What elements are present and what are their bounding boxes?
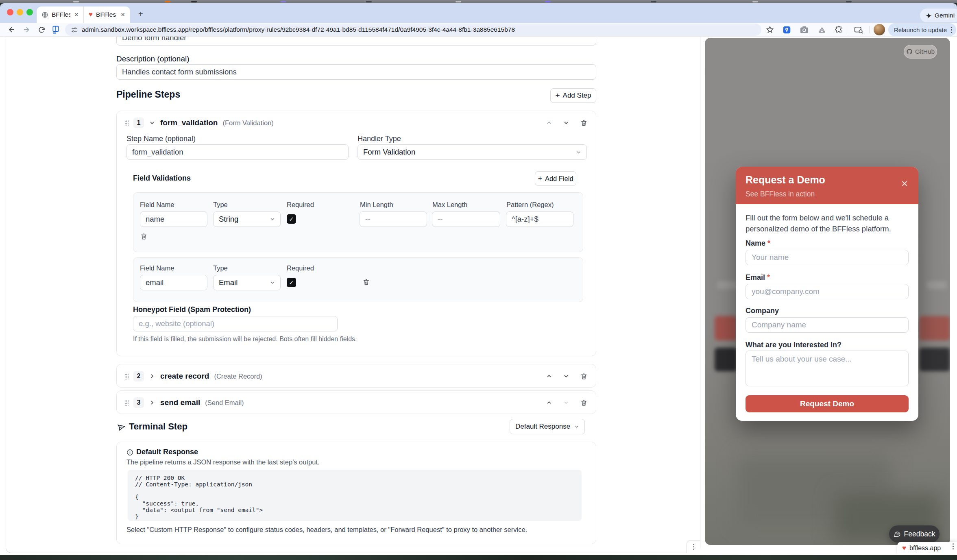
step-3-header[interactable]: 3 send email (Send Email) xyxy=(117,391,596,414)
delete-field-icon[interactable] xyxy=(140,233,148,240)
add-field-button[interactable]: + Add Field xyxy=(535,171,576,186)
move-down-icon[interactable] xyxy=(563,120,569,126)
panel-resize-handle[interactable] xyxy=(687,540,700,553)
profile-avatar[interactable] xyxy=(874,24,885,35)
screen: BFFless ✕ ♥ BFFless ✕ + Gemini xyxy=(0,0,957,560)
move-up-icon[interactable] xyxy=(546,120,552,126)
url-text[interactable]: admin.sandbox.workspace.bffless.app/repo… xyxy=(82,26,515,33)
blurred-red-button xyxy=(715,316,737,340)
pattern-input[interactable] xyxy=(506,211,573,227)
honeypot-input[interactable] xyxy=(133,316,338,331)
github-button[interactable]: GitHub xyxy=(904,45,937,59)
browser-menu-icon[interactable] xyxy=(951,27,952,28)
step-2-header[interactable]: 2 create record (Create Record) xyxy=(117,364,596,388)
tab-search-icon[interactable] xyxy=(853,24,864,35)
tab-close-icon[interactable]: ✕ xyxy=(74,11,79,18)
step-name-label: Step Name (optional) xyxy=(126,135,196,143)
minimize-window-button[interactable] xyxy=(17,9,23,15)
resize-dots-icon xyxy=(693,544,694,545)
required-column-label: Required xyxy=(287,201,314,209)
bffless-brand-bar[interactable]: ♥ bffless.app xyxy=(897,542,957,555)
url-bar[interactable]: admin.sandbox.workspace.bffless.app/repo… xyxy=(65,24,761,36)
relaunch-to-update-button[interactable]: Relaunch to update xyxy=(888,23,956,36)
reading-mode-icon[interactable] xyxy=(50,24,61,35)
close-window-button[interactable] xyxy=(7,9,13,15)
response-code-text: // HTTP 200 OK // Content-Type: applicat… xyxy=(135,475,574,520)
demo-company-input[interactable] xyxy=(746,317,909,333)
step-name-input[interactable] xyxy=(126,144,349,160)
field-name-input[interactable] xyxy=(140,275,207,290)
max-length-input[interactable] xyxy=(432,211,500,227)
feedback-button[interactable]: Feedback xyxy=(889,525,940,543)
tab-strip: BFFless ✕ ♥ BFFless ✕ + Gemini xyxy=(0,3,957,23)
move-up-icon[interactable] xyxy=(546,399,552,406)
interest-label: What are you interested in? xyxy=(746,341,841,349)
terminal-step-heading: Terminal Step xyxy=(129,421,187,432)
add-field-label: Add Field xyxy=(545,175,573,183)
request-demo-modal: Request a Demo See BFFless in action ✕ F… xyxy=(736,167,918,421)
chevron-down-icon[interactable] xyxy=(149,120,155,126)
site-settings-icon[interactable] xyxy=(71,26,78,33)
field-validation-row-2: Field Name Type Required Email ✓ xyxy=(133,257,583,302)
min-length-input[interactable] xyxy=(360,211,427,227)
terminal-response-value: Default Response xyxy=(515,423,570,431)
move-up-icon[interactable] xyxy=(546,373,552,379)
step-1-header[interactable]: 1 form_validation (Form Validation) xyxy=(117,111,596,135)
chevron-right-icon[interactable] xyxy=(149,373,155,379)
pipeline-step-2-card: 2 create record (Create Record) xyxy=(116,364,596,388)
screenshot-extension-icon[interactable] xyxy=(799,24,809,35)
rule-name-input[interactable] xyxy=(116,37,596,46)
drag-handle-icon[interactable] xyxy=(125,400,129,406)
default-response-title: Default Response xyxy=(136,448,198,456)
tab-bffless-2[interactable]: ♥ BFFless ✕ xyxy=(83,7,130,23)
plus-icon: + xyxy=(538,174,542,183)
delete-field-icon[interactable] xyxy=(362,278,370,286)
field-name-input[interactable] xyxy=(140,211,207,227)
proxy-rule-editor-panel: Description (optional) Pipeline Steps + … xyxy=(6,37,700,553)
default-response-desc: The pipeline returns a JSON response wit… xyxy=(126,458,320,466)
heart-favicon-icon: ♥ xyxy=(89,11,93,19)
drag-handle-icon[interactable] xyxy=(125,373,129,379)
tab-close-icon[interactable]: ✕ xyxy=(120,11,126,18)
required-checkbox[interactable]: ✓ xyxy=(287,278,296,287)
drag-handle-icon[interactable] xyxy=(125,120,129,126)
field-name-column-label: Field Name xyxy=(140,201,174,209)
delete-step-icon[interactable] xyxy=(580,399,588,407)
demo-email-input[interactable] xyxy=(746,284,909,299)
delete-step-icon[interactable] xyxy=(580,119,588,127)
demo-name-input[interactable] xyxy=(746,250,909,265)
step-type-text: (Form Validation) xyxy=(222,119,273,127)
reload-icon[interactable] xyxy=(36,24,47,35)
move-down-icon[interactable] xyxy=(563,399,569,406)
description-input[interactable] xyxy=(116,64,596,80)
blurred-text xyxy=(926,281,947,289)
type-column-label: Type xyxy=(213,201,228,209)
add-step-button[interactable]: + Add Step xyxy=(550,88,596,103)
chevron-right-icon[interactable] xyxy=(149,399,155,406)
field-type-value: Email xyxy=(219,278,238,287)
password-manager-extension-icon[interactable] xyxy=(781,24,792,35)
demo-interest-textarea[interactable] xyxy=(746,351,909,386)
terminal-response-select[interactable]: Default Response xyxy=(510,419,585,434)
gemini-button[interactable]: Gemini xyxy=(920,9,957,22)
handler-type-label: Handler Type xyxy=(358,135,401,143)
handler-type-select[interactable]: Form Validation xyxy=(358,144,587,160)
tab-bffless-1[interactable]: BFFless ✕ xyxy=(37,7,83,23)
field-type-select[interactable]: Email xyxy=(213,275,281,290)
bookmark-star-icon[interactable] xyxy=(765,24,775,35)
delete-step-icon[interactable] xyxy=(580,373,588,380)
step-name-text: form_validation xyxy=(160,118,218,127)
honeypot-label: Honeypot Field (Spam Protection) xyxy=(133,305,251,314)
request-demo-button[interactable]: Request Demo xyxy=(746,395,909,412)
forward-icon[interactable] xyxy=(21,24,32,35)
zoom-window-button[interactable] xyxy=(26,9,33,15)
field-type-select[interactable]: String xyxy=(213,211,281,227)
gemini-star-icon xyxy=(926,13,932,19)
required-checkbox[interactable]: ✓ xyxy=(287,214,296,224)
close-icon[interactable]: ✕ xyxy=(899,178,910,190)
extensions-puzzle-icon[interactable] xyxy=(834,24,844,35)
move-down-icon[interactable] xyxy=(563,373,569,379)
back-icon[interactable] xyxy=(7,24,17,35)
new-tab-button[interactable]: + xyxy=(138,10,143,18)
grabber-extension-icon[interactable] xyxy=(817,24,827,35)
